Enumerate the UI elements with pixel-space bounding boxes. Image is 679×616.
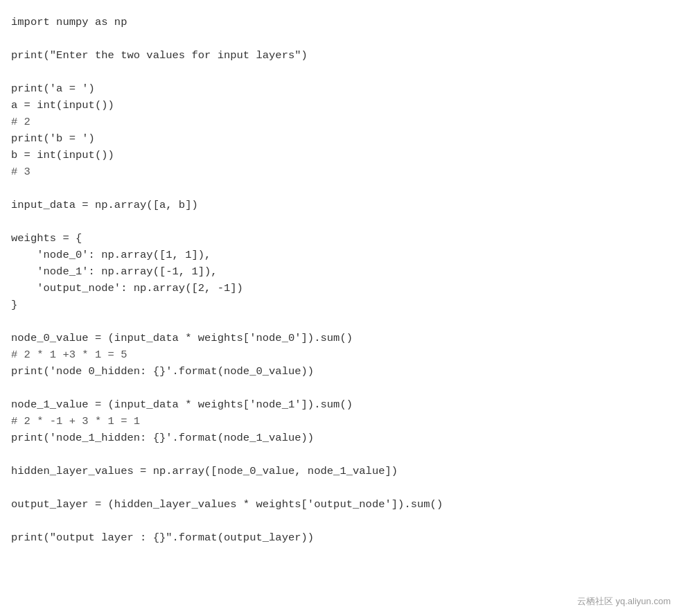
code-container: import numpy as np print("Enter the two … xyxy=(0,0,679,616)
watermark: 云栖社区 yq.aliyun.com xyxy=(577,595,671,608)
code-block: import numpy as np print("Enter the two … xyxy=(11,14,668,547)
